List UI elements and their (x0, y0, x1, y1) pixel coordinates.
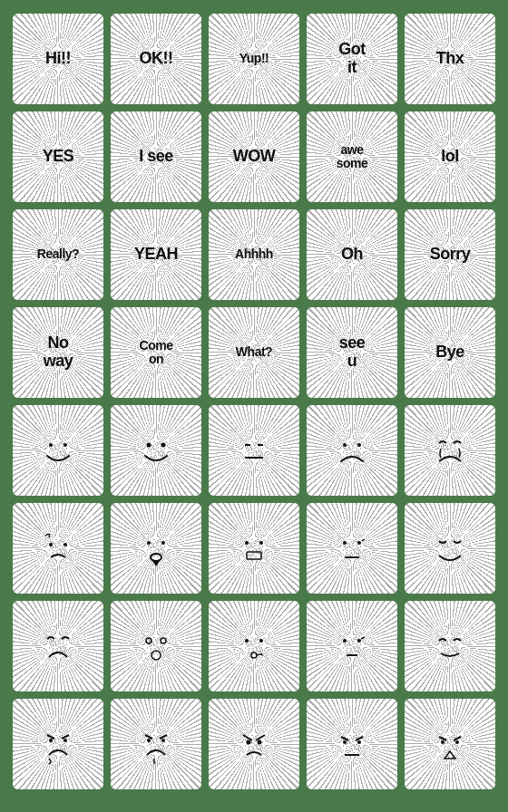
sticker-sorry[interactable]: Sorry (405, 209, 495, 300)
sticker-face-cry1[interactable] (405, 405, 495, 496)
sticker-gotit[interactable]: Gotit (307, 14, 397, 104)
face-icon (129, 619, 183, 673)
sticker-face-open1[interactable] (111, 503, 201, 594)
face-icon (129, 521, 183, 575)
face-icon (129, 717, 183, 771)
sticker-grid: Hi!! OK!! Yup!! Gotit Thx YES I see WOW … (8, 9, 500, 794)
sticker-ahhhh[interactable]: Ahhhh (209, 209, 299, 300)
sticker-oh[interactable]: Oh (307, 209, 397, 300)
svg-point-27 (251, 652, 257, 658)
svg-point-44 (258, 740, 262, 745)
svg-point-39 (161, 739, 165, 742)
svg-point-26 (259, 639, 263, 643)
sticker-face-sad2[interactable] (13, 601, 103, 691)
svg-point-53 (455, 740, 459, 744)
sticker-face-blank3[interactable] (307, 699, 397, 789)
svg-line-33 (62, 735, 69, 739)
sticker-face-surprise1[interactable] (111, 601, 201, 691)
svg-point-3 (161, 443, 166, 448)
sticker-what[interactable]: What? (209, 307, 299, 398)
sticker-text: lol (441, 148, 459, 166)
sticker-awesome[interactable]: awesome (307, 111, 397, 202)
svg-marker-54 (444, 751, 455, 759)
face-icon (423, 521, 477, 575)
face-icon (325, 619, 379, 673)
sticker-really[interactable]: Really? (13, 209, 103, 300)
sticker-yeah[interactable]: YEAH (111, 209, 201, 300)
sticker-face-sad1[interactable] (307, 405, 397, 496)
sticker-lol[interactable]: lol (405, 111, 495, 202)
svg-line-31 (361, 637, 365, 639)
svg-point-34 (49, 739, 53, 742)
svg-line-21 (362, 539, 365, 541)
sticker-face-smile1[interactable] (405, 503, 495, 594)
svg-point-38 (147, 739, 151, 742)
sticker-face-triangle1[interactable] (405, 699, 495, 789)
face-icon (423, 619, 477, 673)
sticker-bye[interactable]: Bye (405, 307, 495, 398)
svg-point-18 (343, 541, 347, 545)
sticker-seeu[interactable]: seeu (307, 307, 397, 398)
sticker-text: Hi!! (45, 50, 71, 68)
sticker-face-angry1[interactable] (13, 699, 103, 789)
face-icon (31, 521, 85, 575)
face-icon (227, 521, 281, 575)
sticker-face-happy1[interactable] (13, 405, 103, 496)
face-icon (423, 717, 477, 771)
svg-point-43 (247, 740, 251, 745)
sticker-ok[interactable]: OK!! (111, 14, 201, 104)
sticker-face-angry2[interactable] (111, 699, 201, 789)
sticker-face-robot1[interactable] (209, 503, 299, 594)
sticker-face-kiss1[interactable] (209, 601, 299, 691)
sticker-yup[interactable]: Yup!! (209, 14, 299, 104)
svg-point-1 (64, 443, 67, 447)
svg-line-36 (145, 735, 152, 739)
svg-point-16 (259, 541, 263, 545)
sticker-face-happy2[interactable] (111, 405, 201, 496)
svg-line-41 (243, 735, 252, 740)
face-icon (129, 423, 183, 478)
sticker-text: seeu (339, 334, 366, 371)
sticker-face-blank1[interactable] (307, 503, 397, 594)
face-icon (227, 423, 281, 478)
svg-point-35 (64, 739, 67, 742)
svg-point-52 (441, 740, 444, 744)
svg-marker-14 (152, 561, 160, 566)
sticker-face-squint1[interactable] (405, 601, 495, 691)
sticker-text: Thx (436, 50, 464, 68)
sticker-text: What? (236, 345, 272, 359)
sticker-face-neutral1[interactable] (209, 405, 299, 496)
sticker-isee[interactable]: I see (111, 111, 201, 202)
sticker-hi[interactable]: Hi!! (13, 14, 103, 104)
sticker-face-angry3[interactable] (209, 699, 299, 789)
sticker-text: OK!! (140, 50, 173, 68)
sticker-text: YES (43, 148, 74, 166)
face-icon (325, 423, 379, 478)
svg-point-15 (245, 541, 249, 545)
sticker-comeon[interactable]: Comeon (111, 307, 201, 398)
sticker-text: Bye (435, 343, 464, 362)
svg-point-13 (151, 554, 161, 561)
sticker-yes[interactable]: YES (13, 111, 103, 202)
svg-point-0 (49, 443, 53, 447)
svg-line-32 (47, 735, 54, 739)
svg-point-8 (357, 443, 361, 447)
sticker-wow[interactable]: WOW (209, 111, 299, 202)
sticker-text: Noway (44, 334, 73, 371)
sticker-text: Comeon (140, 339, 173, 367)
face-icon (31, 717, 85, 771)
svg-point-24 (151, 651, 161, 660)
face-icon (31, 619, 85, 673)
svg-point-23 (161, 638, 166, 643)
svg-point-28 (343, 639, 347, 643)
svg-line-42 (256, 735, 265, 740)
sticker-face-worried1[interactable] (13, 503, 103, 594)
sticker-text: Gotit (338, 41, 366, 77)
svg-point-10 (64, 543, 67, 546)
sticker-noway[interactable]: Noway (13, 307, 103, 398)
face-icon (423, 423, 477, 478)
sticker-text: awesome (337, 143, 368, 171)
face-icon (325, 717, 379, 771)
sticker-thx[interactable]: Thx (405, 14, 495, 104)
sticker-face-blank2[interactable] (307, 601, 397, 691)
